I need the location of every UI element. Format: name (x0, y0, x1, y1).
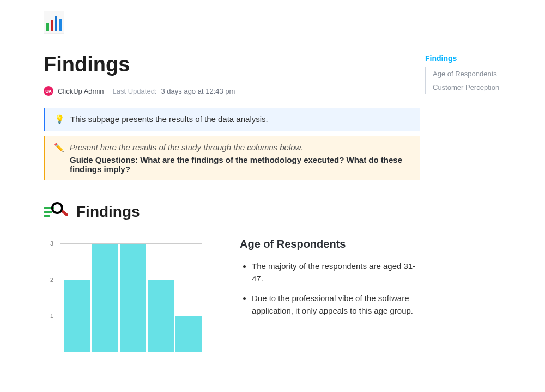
findings-list: The majority of the respondents are aged… (240, 260, 425, 317)
chart-bar (175, 316, 202, 352)
chart-ytick: 3 (50, 240, 53, 247)
lightbulb-icon: 💡 (54, 114, 65, 124)
findings-list-item: The majority of the respondents are aged… (252, 260, 425, 285)
author-name[interactable]: ClickUp Admin (58, 87, 104, 95)
guide-callout: ✏️ Present here the results of the study… (44, 136, 420, 180)
magnifier-icon (44, 202, 70, 222)
author-avatar[interactable]: CA (44, 86, 53, 96)
guide-questions: Guide Questions: What are the findings o… (70, 155, 411, 174)
page-icon (44, 11, 64, 34)
toc-sidebar: Findings Age of RespondentsCustomer Perc… (425, 0, 534, 392)
chart-bar (92, 243, 118, 352)
page-title[interactable]: Findings (44, 53, 425, 76)
chart-ytick: 2 (50, 277, 53, 283)
toc-sub-link[interactable]: Customer Perception (433, 81, 529, 94)
subsection-heading: Age of Respondents (240, 238, 425, 250)
info-callout: 💡 This subpage presents the results of t… (44, 108, 420, 131)
guide-instruction: Present here the results of the study th… (70, 143, 411, 152)
section-heading: Findings (76, 203, 140, 220)
section-header: Findings (44, 202, 425, 222)
last-updated-value: 3 days ago at 12:43 pm (161, 87, 235, 95)
last-updated-label: Last Updated: (113, 87, 157, 95)
toc-sub-link[interactable]: Age of Respondents (433, 67, 529, 81)
chart-bar (120, 243, 146, 352)
chart-area: 123 (44, 238, 218, 358)
chart-ytick: 1 (50, 313, 53, 319)
meta-row: CA ClickUp Admin Last Updated: 3 days ag… (44, 86, 425, 96)
pencil-icon: ✏️ (54, 143, 64, 174)
findings-list-item: Due to the professional vibe of the soft… (252, 292, 425, 317)
text-column: Age of Respondents The majority of the r… (240, 238, 425, 358)
age-chart: 123 (44, 243, 218, 358)
toc-main-link[interactable]: Findings (425, 52, 529, 65)
info-callout-text: This subpage presents the results of the… (70, 114, 268, 124)
